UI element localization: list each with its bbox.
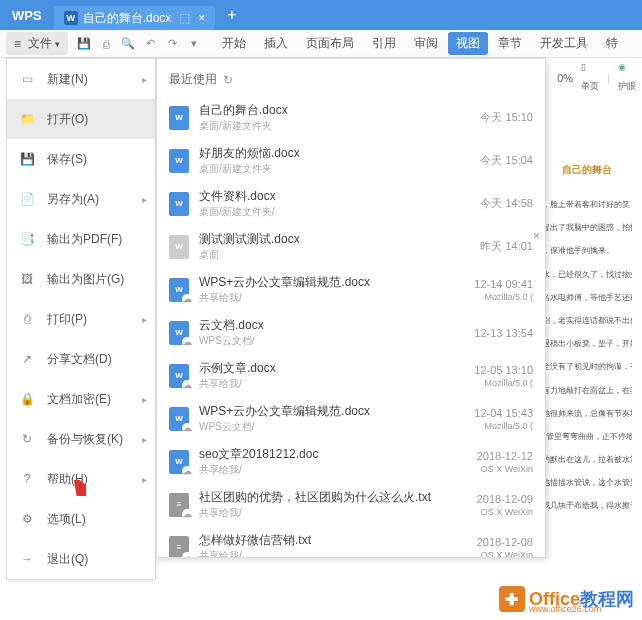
file-menu-label: 输出为图片(G) bbox=[47, 271, 124, 288]
file-menu-label: 备份与恢复(K) bbox=[47, 431, 123, 448]
tab-label: 自己的舞台.docx bbox=[83, 10, 172, 27]
doc-line: 名水电师傅，等他手艺还待 bbox=[542, 290, 632, 305]
recent-file-item[interactable]: ≡ 怎样做好微信营销.txt 共享给我/ 2018-12-08OS X WeiX… bbox=[157, 526, 545, 558]
pdf-icon: 📑 bbox=[17, 231, 37, 247]
refresh-icon[interactable]: ↻ bbox=[223, 73, 233, 87]
file-time: 今天 15:10 bbox=[438, 110, 533, 125]
file-path: 共享给我/ bbox=[199, 506, 438, 520]
file-name: 云文档.docx bbox=[199, 317, 438, 334]
file-type-icon: W bbox=[169, 106, 189, 130]
doc-line: 水，已经很久了，找过物业 bbox=[542, 267, 632, 282]
file-menu-label: 打印(P) bbox=[47, 311, 87, 328]
recent-file-item[interactable]: W WPS+云办公文章编辑规范.docx 共享给我/ 12-14 09:41Mo… bbox=[157, 268, 545, 311]
recent-file-item[interactable]: W 示例文章.docx 共享给我/ 12-05 13:10Mozilla/5.0… bbox=[157, 354, 545, 397]
doc-title: 自己的舞台 bbox=[542, 160, 632, 179]
redo-icon[interactable]: ↷ bbox=[164, 36, 180, 52]
recent-file-item[interactable]: ≡ 社区团购的优势，社区团购为什么这么火.txt 共享给我/ 2018-12-0… bbox=[157, 483, 545, 526]
file-name: WPS+云办公文章编辑规范.docx bbox=[199, 403, 438, 420]
file-menu-item[interactable]: ⚙ 选项(L) bbox=[7, 499, 155, 539]
img-icon: 🖼 bbox=[17, 271, 37, 287]
file-menu-label: 文档加密(E) bbox=[47, 391, 111, 408]
file-menu-item[interactable]: 🔒 文档加密(E) ▸ bbox=[7, 379, 155, 419]
file-name: 文件资料.docx bbox=[199, 188, 438, 205]
print-icon: ⎙ bbox=[17, 311, 37, 327]
ribbon-tab[interactable]: 插入 bbox=[256, 32, 296, 55]
close-icon[interactable]: × bbox=[198, 11, 205, 25]
save-icon[interactable]: 💾 bbox=[76, 36, 92, 52]
file-menu-label: 帮助(H) bbox=[47, 471, 88, 488]
file-menu-item[interactable]: 📑 输出为PDF(F) bbox=[7, 219, 155, 259]
ribbon-tab[interactable]: 开发工具 bbox=[532, 32, 596, 55]
file-time: 12-05 13:10Mozilla/5.0 ( bbox=[438, 364, 533, 388]
file-name: 好朋友的烦恼.docx bbox=[199, 145, 438, 162]
file-menu-label: 输出为PDF(F) bbox=[47, 231, 122, 248]
recent-file-item[interactable]: W WPS+云办公文章编辑规范.docx WPS云文档/ 12-04 15:43… bbox=[157, 397, 545, 440]
exit-icon: → bbox=[17, 551, 37, 567]
undo-icon[interactable]: ↶ bbox=[142, 36, 158, 52]
print-icon[interactable]: ⎙ bbox=[98, 36, 114, 52]
ribbon-tab[interactable]: 引用 bbox=[364, 32, 404, 55]
file-name: WPS+云办公文章编辑规范.docx bbox=[199, 274, 438, 291]
ribbon-tab[interactable]: 审阅 bbox=[406, 32, 446, 55]
recent-file-item[interactable]: W 云文档.docx WPS云文档/ 12-13 13:54 bbox=[157, 311, 545, 354]
file-menu-item[interactable]: 🖼 输出为图片(G) bbox=[7, 259, 155, 299]
file-name: 示例文章.docx bbox=[199, 360, 438, 377]
ribbon-tab[interactable]: 章节 bbox=[490, 32, 530, 55]
file-menu-item[interactable]: 📄 另存为(A) ▸ bbox=[7, 179, 155, 219]
new-icon: ▭ bbox=[17, 71, 37, 87]
quick-toolbar: 💾 ⎙ 🔍 ↶ ↷ ▾ bbox=[76, 36, 202, 52]
file-menu-item[interactable]: 📁 打开(O) bbox=[7, 99, 155, 139]
recent-file-item[interactable]: W 自己的舞台.docx 桌面/新建文件夹 今天 15:10 bbox=[157, 96, 545, 139]
file-path: 共享给我/ bbox=[199, 291, 438, 305]
file-type-icon: W bbox=[169, 364, 189, 388]
file-menu-item[interactable]: ↗ 分享文档(D) bbox=[7, 339, 155, 379]
ribbon-tab[interactable]: 特 bbox=[598, 32, 626, 55]
file-menu-item[interactable]: 💾 保存(S) bbox=[7, 139, 155, 179]
ribbon-tab[interactable]: 开始 bbox=[214, 32, 254, 55]
file-menu-button[interactable]: 文件 ▾ bbox=[6, 32, 68, 55]
single-page-button[interactable]: ▯单页 bbox=[581, 62, 599, 93]
file-menu-label: 选项(L) bbox=[47, 511, 86, 528]
ribbon-tab[interactable]: 页面布局 bbox=[298, 32, 362, 55]
recent-file-item[interactable]: W 文件资料.docx 桌面/新建文件夹/ 今天 14:58 bbox=[157, 182, 545, 225]
watermark-logo-icon: ✚ bbox=[499, 586, 525, 612]
preview-icon[interactable]: 🔍 bbox=[120, 36, 136, 52]
doc-line: 地很帅来流，总像有节奏地般 bbox=[542, 406, 632, 421]
recent-file-item[interactable]: W 好朋友的烦恼.docx 桌面/新建文件夹 今天 15:04 bbox=[157, 139, 545, 182]
file-time: 2018-12-12OS X WeiXin bbox=[438, 450, 533, 474]
hamburger-icon bbox=[14, 37, 24, 51]
document-tab[interactable]: W 自己的舞台.docx ⬚ × bbox=[54, 6, 216, 30]
doc-line: 有力地敲打在面盆上，在我 bbox=[542, 383, 632, 398]
file-type-icon: W bbox=[169, 407, 189, 431]
tab-popup-icon[interactable]: ⬚ bbox=[179, 11, 190, 25]
file-name: 自己的舞台.docx bbox=[199, 102, 438, 119]
file-name: 测试测试测试.docx bbox=[199, 231, 438, 248]
file-menu-item[interactable]: → 退出(Q) bbox=[7, 539, 155, 579]
file-menu-label: 退出(Q) bbox=[47, 551, 88, 568]
file-menu-item[interactable]: ↻ 备份与恢复(K) ▸ bbox=[7, 419, 155, 459]
file-path: 桌面/新建文件夹 bbox=[199, 119, 438, 133]
saveas-icon: 📄 bbox=[17, 191, 37, 207]
chevron-right-icon: ▸ bbox=[142, 434, 147, 445]
doc-type-icon: W bbox=[64, 11, 78, 25]
file-menu-item[interactable]: ? 帮助(H) ▸ bbox=[7, 459, 155, 499]
file-menu-item[interactable]: ▭ 新建(N) ▸ bbox=[7, 59, 155, 99]
recent-file-item[interactable]: W seo文章20181212.doc 共享给我/ 2018-12-12OS X… bbox=[157, 440, 545, 483]
recent-file-item[interactable]: W 测试测试测试.docx 桌面 昨天 14:01 bbox=[157, 225, 545, 268]
chevron-right-icon: ▸ bbox=[142, 314, 147, 325]
file-menu-label: 新建(N) bbox=[47, 71, 88, 88]
dropdown-icon[interactable]: ▾ bbox=[186, 36, 202, 52]
file-menu-item[interactable]: ⎙ 打印(P) ▸ bbox=[7, 299, 155, 339]
file-time: 昨天 14:01 bbox=[438, 239, 533, 254]
eye-care-button[interactable]: ◉护眼 bbox=[618, 62, 636, 93]
ribbon-tab[interactable]: 视图 bbox=[448, 32, 488, 55]
share-icon: ↗ bbox=[17, 351, 37, 367]
file-time: 12-13 13:54 bbox=[438, 327, 533, 339]
doc-line: ，脸上带着客和讨好的笑 bbox=[542, 197, 632, 212]
file-path: 桌面/新建文件夹/ bbox=[199, 205, 438, 219]
file-time: 今天 15:04 bbox=[438, 153, 533, 168]
chevron-right-icon: ▸ bbox=[142, 394, 147, 405]
add-tab-button[interactable]: + bbox=[227, 6, 236, 24]
close-panel-icon[interactable]: × bbox=[533, 229, 546, 243]
file-type-icon: W bbox=[169, 149, 189, 173]
